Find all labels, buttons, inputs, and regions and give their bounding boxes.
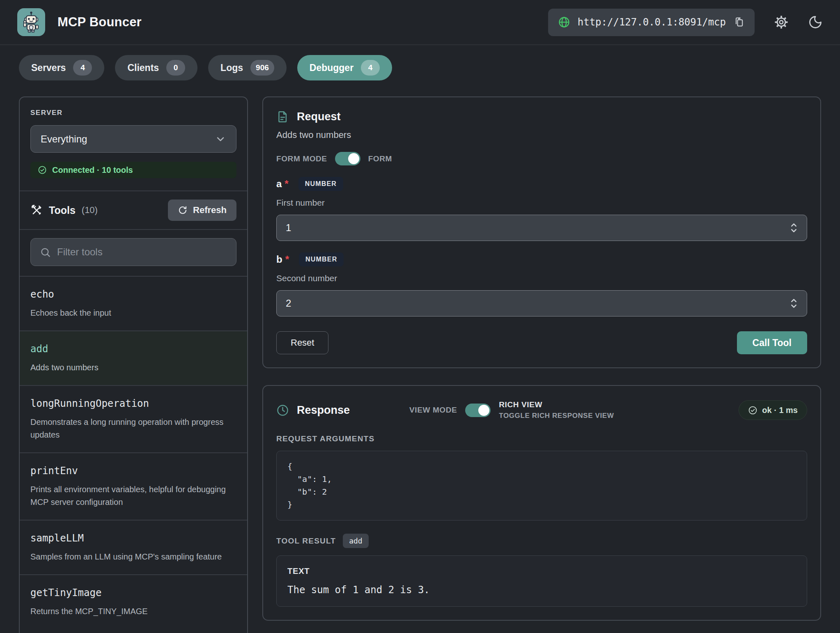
required-asterisk: * (285, 254, 289, 265)
tool-name: echo (30, 288, 236, 301)
tool-description: Samples from an LLM using MCP's sampling… (30, 550, 236, 563)
tool-item-sampleLLM[interactable]: sampleLLM Samples from an LLM using MCP'… (20, 520, 247, 574)
server-url-bar[interactable]: http://127.0.0.1:8091/mcp (548, 9, 755, 36)
toggle-knob (348, 153, 359, 164)
number-input[interactable] (276, 215, 807, 241)
tool-result-label: TOOL RESULT (276, 537, 336, 546)
field-name: a (276, 178, 282, 190)
search-icon (40, 247, 51, 258)
filter-row (20, 229, 247, 276)
tab-count-badge: 4 (361, 60, 380, 76)
tab-logs[interactable]: Logs 906 (208, 55, 287, 80)
tool-result-block: TEXT The sum of 1 and 2 is 3. (276, 555, 807, 607)
tool-item-longRunningOperation[interactable]: longRunningOperation Demonstrates a long… (20, 385, 247, 452)
request-actions: Reset Call Tool (276, 331, 807, 354)
number-input-value[interactable] (286, 222, 790, 234)
tab-servers[interactable]: Servers 4 (19, 55, 104, 80)
tool-name: add (30, 342, 236, 355)
required-asterisk: * (285, 178, 288, 190)
tools-title-text: Tools (49, 204, 76, 216)
toggle-knob (478, 405, 489, 416)
app-header: MCP Bouncer http://127.0.0.1:8091/mcp (0, 0, 840, 45)
main-area: Request Adds two numbers FORM MODE FORM … (262, 96, 821, 621)
tab-clients[interactable]: Clients 0 (115, 55, 197, 80)
tool-description: Prints all environment variables, helpfu… (30, 483, 236, 509)
tab-label: Clients (127, 62, 159, 73)
tab-label: Servers (31, 62, 66, 73)
view-mode-toggle[interactable] (465, 404, 491, 417)
tool-item-getTinyImage[interactable]: getTinyImage Returns the MCP_TINY_IMAGE (20, 574, 247, 629)
response-header: Response VIEW MODE RICH VIEW TOGGLE RICH… (276, 399, 807, 421)
refresh-tools-button[interactable]: Refresh (168, 200, 236, 221)
view-mode-label: VIEW MODE (409, 406, 457, 415)
request-arguments-code: { "a": 1, "b": 2 } (276, 451, 807, 521)
server-select-value: Everything (41, 133, 87, 145)
tool-item-echo[interactable]: echo Echoes back the input (20, 276, 247, 330)
request-header: Request (276, 110, 807, 123)
view-mode-group: VIEW MODE RICH VIEW TOGGLE RICH RESPONSE… (409, 399, 614, 421)
tool-description: Returns the MCP_TINY_IMAGE (30, 605, 236, 618)
connection-status-text: Connected · 10 tools (52, 165, 133, 175)
result-type-label: TEXT (287, 566, 796, 576)
reset-button[interactable]: Reset (276, 331, 328, 354)
settings-button[interactable] (773, 14, 789, 30)
request-panel: Request Adds two numbers FORM MODE FORM … (262, 96, 821, 368)
rich-view-label: RICH VIEW (499, 399, 614, 410)
check-circle-icon (748, 406, 757, 415)
server-label: SERVER (30, 109, 236, 117)
tab-count-badge: 0 (166, 60, 185, 76)
request-field-a: a * NUMBER First number (276, 177, 807, 241)
header-actions: http://127.0.0.1:8091/mcp (548, 9, 823, 36)
number-input[interactable] (276, 290, 807, 316)
form-mode-toggle[interactable] (335, 152, 360, 165)
tool-name: sampleLLM (30, 532, 236, 545)
tab-count-badge: 4 (73, 60, 92, 76)
tool-description: Echoes back the input (30, 307, 236, 319)
server-url[interactable]: http://127.0.0.1:8091/mcp (578, 16, 726, 28)
form-mode-label: FORM MODE (276, 154, 327, 163)
tab-label: Logs (220, 62, 243, 73)
check-circle-icon (38, 165, 47, 174)
server-select[interactable]: Everything (30, 125, 236, 153)
stepper-icon[interactable] (790, 297, 798, 310)
copy-url-button[interactable] (733, 16, 745, 28)
globe-icon (558, 16, 570, 28)
tool-description: Demonstrates a long running operation wi… (30, 416, 236, 441)
rich-view-sublabel: TOGGLE RICH RESPONSE VIEW (499, 410, 614, 421)
tool-name: printEnv (30, 464, 236, 477)
request-title: Request (297, 110, 341, 123)
number-input-value[interactable] (286, 298, 790, 309)
stepper-icon[interactable] (790, 221, 798, 234)
call-tool-button[interactable]: Call Tool (737, 331, 807, 354)
tool-item-add[interactable]: add Adds two numbers (20, 330, 247, 385)
tool-result-badge: add (343, 534, 369, 548)
filter-tools-input[interactable] (57, 246, 227, 258)
tool-item-printEnv[interactable]: printEnv Prints all environment variable… (20, 452, 247, 520)
request-field-b: b * NUMBER Second number (276, 252, 807, 316)
tab-debugger[interactable]: Debugger 4 (297, 55, 392, 80)
robot-logo-icon (17, 8, 45, 36)
refresh-icon (178, 205, 188, 215)
request-subtitle: Adds two numbers (276, 130, 807, 140)
brand: MCP Bouncer (17, 8, 142, 36)
clock-icon (276, 404, 289, 417)
connection-status-badge: Connected · 10 tools (30, 162, 236, 178)
tool-list: echo Echoes back the input add Adds two … (20, 276, 247, 629)
tool-name: getTinyImage (30, 586, 236, 599)
field-description: Second number (276, 273, 807, 283)
field-type-badge: NUMBER (299, 252, 344, 266)
tools-count: (10) (82, 205, 98, 216)
response-panel: Response VIEW MODE RICH VIEW TOGGLE RICH… (262, 385, 821, 621)
theme-toggle-button[interactable] (808, 15, 823, 30)
request-arguments-label: REQUEST ARGUMENTS (276, 434, 807, 443)
server-section: SERVER Everything Connected · 10 tools (20, 97, 247, 190)
tools-title: Tools (10) (30, 204, 98, 216)
field-description: First number (276, 198, 807, 208)
tool-description: Adds two numbers (30, 361, 236, 374)
filter-tools-box[interactable] (30, 238, 236, 266)
response-status-text: ok · 1 ms (762, 406, 798, 415)
tab-label: Debugger (310, 62, 353, 73)
field-name: b (276, 254, 282, 265)
tab-count-badge: 906 (250, 60, 274, 76)
tool-name: longRunningOperation (30, 397, 236, 410)
